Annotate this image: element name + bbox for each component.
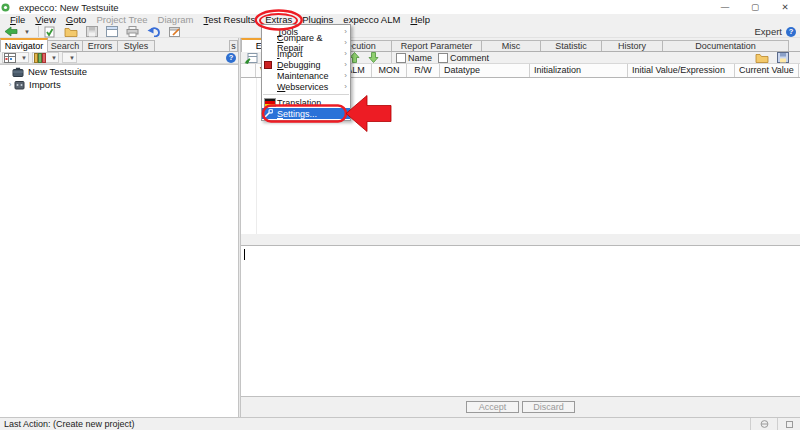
menubar-item-project-tree: Project Tree (91, 14, 152, 26)
expander-icon[interactable]: › (6, 80, 14, 89)
save-file-icon (777, 52, 789, 63)
column-header-initialization[interactable]: Initialization (530, 64, 628, 77)
right-toolbar-file-icons (755, 52, 797, 64)
table-import-button[interactable] (244, 52, 262, 64)
menu-item-webservices[interactable]: Webservices› (262, 81, 350, 92)
menubar-item-view[interactable]: View (30, 14, 60, 26)
last-action-status: Last Action: (Create new project) (4, 419, 135, 429)
column-header-mon[interactable]: MON (372, 64, 407, 77)
menu-item-compare-repair[interactable]: Compare & Repair› (262, 37, 350, 48)
window-controls: —▢✕ (710, 0, 800, 14)
tab-misc[interactable]: Misc (481, 40, 541, 51)
toolbar-icons: ▼ (4, 26, 189, 38)
column-header-datatype[interactable]: Datatype (440, 64, 530, 77)
folder-open-dropdown-button[interactable]: ▼ (62, 52, 77, 63)
dropdown-caret-icon: ▼ (69, 55, 75, 61)
tree-item-label: Imports (29, 79, 61, 90)
new-window-button[interactable] (106, 26, 122, 38)
dropdown-caret-icon[interactable]: ▼ (24, 29, 30, 35)
connection-status-icon (750, 418, 777, 430)
help-icon[interactable]: ? (786, 27, 796, 37)
open-folder-button[interactable] (64, 26, 82, 38)
save-file-button[interactable] (777, 52, 793, 64)
comment-checkbox[interactable]: Comment (438, 53, 489, 63)
minimize-button[interactable]: — (710, 0, 740, 14)
menu-item-label: Debugging (277, 60, 321, 70)
move-down-button[interactable] (368, 52, 383, 64)
column-header-current-value[interactable]: Current Value (735, 64, 799, 77)
menubar-item-file[interactable]: File (5, 14, 30, 26)
maximize-button[interactable]: ▢ (740, 0, 770, 14)
tree-item-new-testsuite[interactable]: New Testsuite (0, 65, 238, 78)
new-testsuite-button[interactable] (43, 26, 60, 38)
toolbar-separator (38, 26, 39, 37)
menu-item-debugging[interactable]: Debugging› (262, 59, 350, 70)
grid-view-dropdown-button[interactable]: ▼ (2, 52, 29, 63)
discard-button[interactable]: Discard (522, 401, 575, 413)
tab-partial[interactable]: s (229, 40, 238, 51)
dropdown-caret-icon: ▼ (51, 55, 57, 61)
column-header-initial-value-expression[interactable]: Initial Value/Expression (628, 64, 735, 77)
tree-item-imports[interactable]: ›Imports (0, 78, 238, 91)
comment-editor[interactable] (241, 246, 800, 397)
tab-search[interactable]: Search (47, 40, 83, 51)
move-up-button[interactable] (349, 52, 364, 64)
resize-grip-icon[interactable] (777, 418, 800, 430)
undo-button[interactable] (147, 26, 165, 38)
tab-errors[interactable]: Errors (82, 40, 118, 51)
menubar-item-goto[interactable]: Goto (61, 14, 92, 26)
column-header-r-w[interactable]: R/W (407, 64, 440, 77)
status-cells (750, 418, 800, 430)
main-toolbar: ▼ Expert ? (0, 26, 800, 38)
menu-item-maintenance[interactable]: Maintenance› (262, 70, 350, 81)
close-button[interactable]: ✕ (770, 0, 800, 14)
back-arrow-button[interactable]: ▼ (4, 26, 30, 38)
submenu-arrow-icon: › (344, 49, 347, 58)
tab-navigator[interactable]: Navigator (0, 38, 48, 52)
tab-report-parameter[interactable]: Report Parameter (391, 40, 482, 51)
grid-view-icon (4, 53, 16, 63)
print-icon (126, 26, 139, 37)
menu-item-import[interactable]: Import› (262, 48, 350, 59)
print-button[interactable] (126, 26, 143, 38)
tab-history[interactable]: History (601, 40, 663, 51)
tree-columns-dropdown-button[interactable]: ▼ (32, 52, 59, 63)
horizontal-splitter[interactable] (241, 234, 800, 246)
checkbox-label: Name (408, 53, 432, 63)
save-button (86, 26, 102, 38)
tab-styles[interactable]: Styles (117, 40, 155, 51)
menu-item-label: Settings... (277, 109, 317, 119)
accept-button[interactable]: Accept (466, 401, 519, 413)
menu-item-settings[interactable]: Settings... (262, 108, 350, 119)
edit-window-button[interactable] (169, 26, 185, 38)
submenu-arrow-icon: › (344, 82, 347, 91)
comment-checkbox-box[interactable] (438, 53, 448, 63)
name-checkbox[interactable]: Name (396, 53, 432, 63)
status-bar: Last Action: (Create new project) (0, 417, 800, 430)
undo-icon (147, 26, 161, 37)
tab-documentation[interactable]: Documentation (662, 40, 789, 51)
toolbar-separator (391, 52, 392, 63)
menubar-item-help[interactable]: Help (405, 14, 435, 26)
menu-item-label: Webservices (277, 82, 328, 92)
menu-item-translation[interactable]: Translation... (262, 97, 350, 108)
checkbox-label: Comment (450, 53, 489, 63)
column-header-row-select[interactable] (241, 64, 256, 77)
title-bar: expecco: New Testsuite —▢✕ (0, 0, 800, 14)
help-icon[interactable]: ? (226, 53, 236, 63)
menubar-item-test-results[interactable]: Test Results (199, 14, 261, 26)
project-tree: New Testsuite›Imports (0, 64, 238, 417)
debug-icon (264, 61, 272, 69)
form-button-bar: Accept Discard (241, 397, 800, 417)
expert-mode-label: Expert (755, 26, 782, 37)
left-tab-strip: NavigatorSearchErrorsStyless (0, 38, 238, 52)
german-flag-icon (264, 98, 276, 107)
menubar-item-diagram: Diagram (153, 14, 199, 26)
tab-statistic[interactable]: Statistic (540, 40, 602, 51)
submenu-arrow-icon: › (344, 60, 347, 69)
navigator-panel: NavigatorSearchErrorsStyless ▼▼▼? New Te… (0, 38, 238, 417)
open-folder-button[interactable] (755, 52, 773, 64)
move-down-icon (368, 52, 379, 63)
navigator-toolbar: ▼▼▼? (0, 52, 238, 64)
name-checkbox-box[interactable] (396, 53, 406, 63)
